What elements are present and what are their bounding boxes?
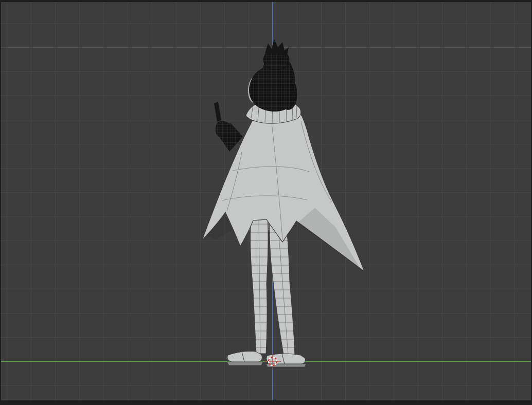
hand <box>216 121 232 138</box>
frame-edge-bottom <box>0 400 532 405</box>
arm-mesh[interactable] <box>214 102 243 152</box>
frame-edge-left <box>0 0 1 405</box>
viewport-scene[interactable] <box>0 0 532 405</box>
hair-spikes <box>265 39 289 56</box>
hair-mesh[interactable] <box>249 39 297 112</box>
legs-mesh[interactable] <box>242 218 304 355</box>
frame-edge-top <box>0 0 532 2</box>
character-model[interactable] <box>202 39 364 367</box>
pointing-finger <box>214 102 221 122</box>
3d-viewport[interactable] <box>0 0 532 405</box>
